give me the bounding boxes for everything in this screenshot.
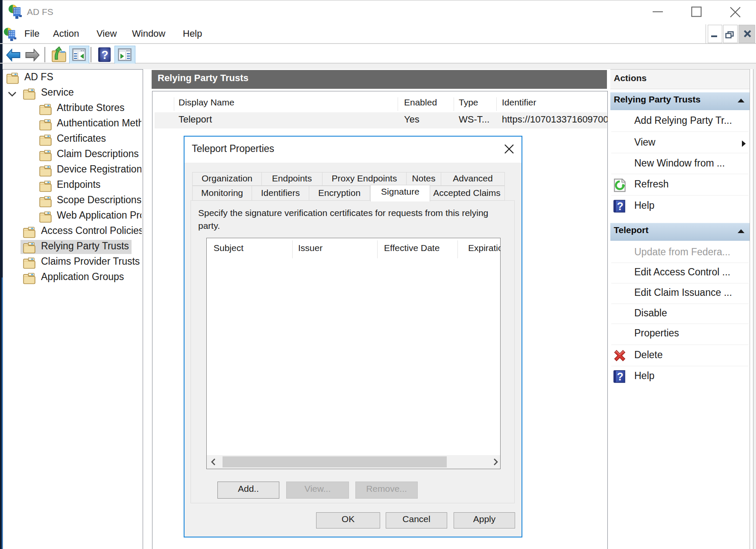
svg-text:?: ? (617, 200, 623, 212)
svg-text:?: ? (617, 371, 623, 383)
